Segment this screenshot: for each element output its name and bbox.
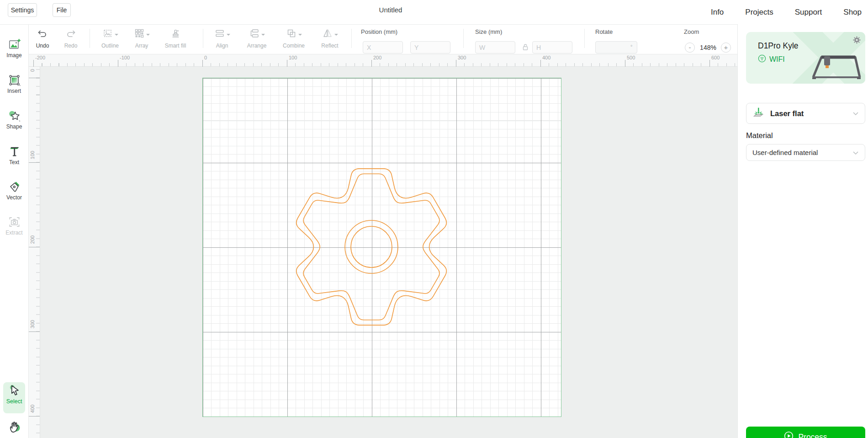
sidebar-item-insert[interactable]: Insert <box>0 73 28 94</box>
laser-mode-value: Laser flat <box>770 109 804 118</box>
size-w-input[interactable] <box>475 41 515 53</box>
select-tool-button[interactable]: Select <box>3 382 25 413</box>
horizontal-ruler: -200-1000100200300400500600 <box>28 54 737 67</box>
left-sidebar: Image Insert Shape Text Vector Extract <box>0 25 29 438</box>
nav-projects[interactable]: Projects <box>745 8 773 17</box>
text-icon <box>0 144 28 158</box>
settings-button[interactable]: Settings <box>8 3 37 17</box>
sidebar-item-image[interactable]: Image <box>0 37 28 59</box>
nav-info[interactable]: Info <box>711 8 724 17</box>
align-icon <box>214 28 225 41</box>
arrange-icon <box>249 28 260 41</box>
process-button[interactable]: Process <box>746 427 865 438</box>
connection-type: WIFI <box>769 55 785 64</box>
chevron-down-icon <box>298 34 302 36</box>
undo-icon <box>28 27 57 42</box>
laser-flat-icon <box>752 107 764 120</box>
smart-fill-button[interactable]: Smart fill <box>161 27 190 49</box>
redo-icon <box>56 27 85 42</box>
zoom-out-button[interactable]: - <box>685 43 695 53</box>
hand-tool-button[interactable] <box>7 420 21 433</box>
select-tool-label: Select <box>3 398 25 405</box>
chevron-down-icon <box>334 34 338 36</box>
toolbar-divider <box>463 29 464 48</box>
reflect-icon <box>322 28 333 41</box>
redo-button[interactable]: Redo <box>56 27 85 49</box>
zoom-in-button[interactable]: + <box>721 43 731 53</box>
zoom-value: 148% <box>696 44 720 51</box>
position-x-input[interactable] <box>363 41 403 53</box>
play-icon <box>784 431 794 438</box>
toolbar-divider <box>351 29 352 48</box>
array-icon <box>134 28 145 41</box>
lock-ratio-icon[interactable] <box>522 43 529 53</box>
insert-icon <box>0 73 28 87</box>
device-connection: WIFI <box>758 54 785 64</box>
chevron-down-icon <box>852 109 859 118</box>
size-h-input[interactable] <box>532 41 572 53</box>
position-y-input[interactable] <box>410 41 450 53</box>
laser-mode-select[interactable]: Laser flat <box>746 103 865 124</box>
right-panel: D1Pro Kyle WIFI Laser flat Material User… <box>737 24 868 438</box>
sidebar-item-shape[interactable]: Shape <box>0 109 28 130</box>
chevron-down-icon <box>115 34 118 36</box>
array-button[interactable]: Array <box>127 27 156 49</box>
combine-button[interactable]: Combine <box>279 27 308 49</box>
document-title: Untitled <box>347 6 434 14</box>
select-cursor-icon <box>3 382 25 398</box>
chevron-down-icon <box>852 149 859 157</box>
file-button[interactable]: File <box>53 3 71 17</box>
rotate-label: Rotate <box>595 28 613 35</box>
material-select[interactable]: User-defined material <box>746 144 865 161</box>
material-label: Material <box>746 131 773 140</box>
smart-fill-icon <box>161 27 190 42</box>
wifi-icon <box>758 54 766 64</box>
toolbar-divider <box>90 29 90 48</box>
image-icon <box>0 37 28 51</box>
device-name: D1Pro Kyle <box>758 41 799 51</box>
chevron-down-icon <box>227 34 230 36</box>
process-label: Process <box>798 433 827 438</box>
gear-shape-object[interactable] <box>289 165 454 329</box>
outline-icon <box>102 28 113 41</box>
vertical-ruler: 0100200300400 <box>28 67 40 438</box>
top-bar: Settings File Untitled Info Projects Sup… <box>0 0 868 24</box>
zoom-label: Zoom <box>684 28 699 35</box>
sidebar-item-extract[interactable]: Extract <box>0 215 28 236</box>
position-label: Position (mm) <box>361 28 397 35</box>
topbar-divider <box>0 24 737 25</box>
degree-unit: ° <box>630 44 632 49</box>
device-card[interactable]: D1Pro Kyle WIFI <box>746 32 865 84</box>
align-button[interactable]: Align <box>207 27 237 49</box>
chevron-down-icon <box>146 34 150 36</box>
chevron-down-icon <box>261 34 265 36</box>
sidebar-item-text[interactable]: Text <box>0 144 28 166</box>
device-settings-gear-icon[interactable] <box>852 36 861 46</box>
shape-icon <box>0 109 28 123</box>
laser-machine-image <box>809 52 863 82</box>
vector-icon <box>0 180 28 193</box>
outline-button[interactable]: Outline <box>95 27 125 49</box>
toolbar-divider <box>584 29 585 48</box>
extract-icon <box>0 215 28 229</box>
reflect-button[interactable]: Reflect <box>315 27 344 49</box>
arrange-button[interactable]: Arrange <box>242 27 271 49</box>
undo-button[interactable]: Undo <box>28 27 57 49</box>
toolbar: Undo Redo Outline Array Smart fill Ali <box>28 25 737 54</box>
nav-support[interactable]: Support <box>795 8 822 17</box>
top-nav: Info Projects Support Shop <box>711 0 864 24</box>
size-label: Size (mm) <box>475 28 502 35</box>
sidebar-item-vector[interactable]: Vector <box>0 180 28 201</box>
material-value: User-defined material <box>752 149 818 156</box>
toolbar-divider <box>203 29 203 48</box>
nav-shop[interactable]: Shop <box>843 8 862 17</box>
combine-icon <box>286 28 297 41</box>
canvas-area[interactable]: -200-1000100200300400500600 010020030040… <box>28 54 737 438</box>
